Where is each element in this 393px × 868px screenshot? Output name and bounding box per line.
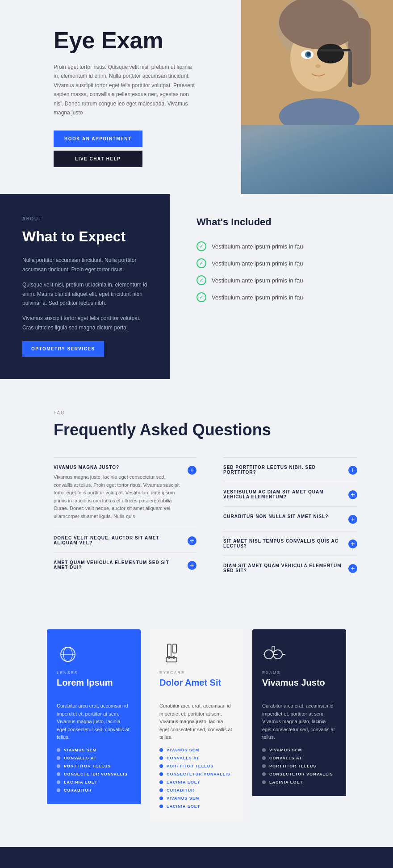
hero-description: Proin eget tortor risus. Quisque velit n… [54,63,196,117]
check-circle-icon: ✓ [196,275,206,285]
svg-point-19 [168,656,171,659]
bullet-icon [57,756,60,760]
hero-person-illustration [241,0,393,125]
card-top: EXAMS Vivamus Justo [252,629,346,696]
svg-point-5 [317,44,344,63]
service-list-item: LACINIA EOET [57,780,131,784]
faq-item[interactable]: AMET QUAM VEHICULA ELEMENTUM SED SIT AME… [54,552,196,577]
card-description: Curabitur arcu erat, accumsan id imperdi… [262,702,336,742]
card-body: Curabitur arcu erat, accumsan id imperdi… [47,696,141,804]
service-card: EYECARE Dolor Amet Sit Curabitur arcu er… [150,629,243,820]
bullet-icon [159,805,163,808]
card-description: Curabitur arcu erat, accumsan id imperdi… [57,702,131,742]
service-list-item: CURABITUR [57,788,131,792]
about-included-panel: What's Included ✓Vestibulum ante ipsum p… [170,194,393,379]
service-list-item: LACINIA EOET [159,780,234,784]
svg-rect-18 [166,657,177,662]
card-title: Dolor Amet Sit [159,678,234,688]
card-title: Vivamus Justo [262,678,336,688]
faq-toggle-icon[interactable]: + [348,564,357,573]
service-list-item: CURABITUR [159,788,234,792]
check-circle-icon: ✓ [196,241,206,251]
faq-item[interactable]: VESTIBULUM AC DIAM SIT AMET QUAM VEHICUL… [223,482,357,506]
service-list-item: PORTTITOR TELLUS [262,764,336,768]
service-list-item: LACINIA EOET [262,780,336,784]
hero-image [241,0,393,194]
faq-item[interactable]: DIAM SIT AMET QUAM VEHICULA ELEMENTUM SE… [223,556,357,580]
live-chat-button[interactable]: LIVE CHAT HELP [54,151,142,167]
faq-question: CURABITUR NON NULLA SIT AMET NISL? [223,514,345,519]
faq-toggle-icon[interactable]: + [188,466,196,475]
bullet-icon [57,772,60,776]
faq-toggle-icon[interactable]: + [188,536,196,545]
svg-rect-7 [348,51,352,87]
bullet-icon [159,788,163,792]
card-service-label: EYECARE [159,670,234,675]
service-list-item: CONVALLS AT [159,756,234,760]
card-body: Curabitur arcu erat, accumsan id imperdi… [252,696,346,796]
service-list-item: VIVAMUS SEM [159,796,234,801]
faq-label: FAQ [54,410,357,415]
faq-item[interactable]: CURABITUR NON NULLA SIT AMET NISL? + [223,506,357,531]
bullet-icon [262,780,266,784]
about-dark-panel: ABOUT What to Expect Nulla porttitor acc… [0,194,170,379]
faq-toggle-icon[interactable]: + [348,539,357,548]
service-list-item: CONSECTETUR VONVALLIS [262,772,336,776]
svg-point-20 [172,656,175,659]
faq-toggle-icon[interactable]: + [348,515,357,524]
card-body: Curabitur arcu erat, accumsan id imperdi… [150,696,243,820]
service-list-item: CONVALLS AT [57,756,131,760]
faq-item[interactable]: SIT AMET NISL TEMPUS CONVALLIS QUIS AC L… [223,531,357,556]
bullet-icon [57,788,60,792]
service-list-item: PORTTITOR TELLUS [159,764,234,768]
faq-item[interactable]: VIVAMUS MAGNA JUSTO? Vivamus magna justo… [54,457,196,528]
bullet-icon [262,764,266,768]
service-list-item: CONSECTETUR VONVALLIS [159,772,234,776]
faq-toggle-icon[interactable]: + [348,490,357,499]
about-label: ABOUT [22,216,147,221]
optometry-services-button[interactable]: OPTOMETRY SERVICES [22,341,104,357]
service-list-item: VIVAMUS SEM [159,748,234,752]
faq-item[interactable]: DONEC VELIT NEQUE, AUCTOR SIT AMET ALIQU… [54,528,196,552]
included-title: What's Included [196,216,366,228]
book-appointment-button[interactable]: BOOK AN APPOINTMENT [54,131,142,147]
bullet-icon [159,748,163,752]
about-title: What to Expect [22,228,147,245]
cta-section: GET STARTED 10% Off Your First Eye Exam … [0,847,393,868]
svg-rect-26 [272,646,275,652]
bullet-icon [57,780,60,784]
bullet-icon [159,780,163,784]
card-top: EYECARE Dolor Amet Sit [150,629,243,696]
faq-question: SIT AMET NISL TEMPUS CONVALLIS QUIS AC L… [223,539,345,548]
card-service-label: EXAMS [262,670,336,675]
faq-question: SED PORTTITOR LECTUS NIBH. SED PORTTITOR… [223,465,345,475]
bullet-icon [57,748,60,752]
card-service-label: LENSES [57,670,131,675]
included-item: ✓Vestibulum ante ipsum primis in fau [196,292,366,302]
about-para1: Nulla porttitor accumsan tincidunt. Null… [22,256,147,274]
card-icon [159,642,234,666]
service-list-item: VIVAMUS SEM [262,748,336,752]
service-list-item: PORTTITOR TELLUS [57,764,131,768]
service-list-item: CONSECTETUR VONVALLIS [57,772,131,776]
service-card: LENSES Lorem Ipsum Curabitur arcu erat, … [47,629,141,820]
faq-item[interactable]: SED PORTTITOR LECTUS NIBH. SED PORTTITOR… [223,457,357,482]
faq-left-column: VIVAMUS MAGNA JUSTO? Vivamus magna justo… [54,457,196,580]
faq-answer: Vivamus magna justo, lacinia eget consec… [54,473,184,521]
about-section: ABOUT What to Expect Nulla porttitor acc… [0,194,393,379]
check-circle-icon: ✓ [196,292,206,302]
included-item: ✓Vestibulum ante ipsum primis in fau [196,275,366,285]
faq-toggle-icon[interactable]: + [188,561,196,570]
svg-rect-17 [173,644,176,653]
faq-toggle-icon[interactable]: + [348,466,357,475]
svg-point-10 [307,52,310,56]
faq-question: AMET QUAM VEHICULA ELEMENTUM SED SIT AME… [54,560,184,570]
faq-question: VIVAMUS MAGNA JUSTO? [54,465,184,470]
faq-section: FAQ Frequently Asked Questions VIVAMUS M… [0,379,393,611]
service-card: EXAMS Vivamus Justo Curabitur arcu erat,… [252,629,346,820]
hero-section: Eye Exam Proin eget tortor risus. Quisqu… [0,0,393,194]
bullet-icon [159,796,163,800]
card-title: Lorem Ipsum [57,678,131,688]
svg-point-11 [315,64,321,68]
faq-grid: VIVAMUS MAGNA JUSTO? Vivamus magna justo… [54,457,357,580]
